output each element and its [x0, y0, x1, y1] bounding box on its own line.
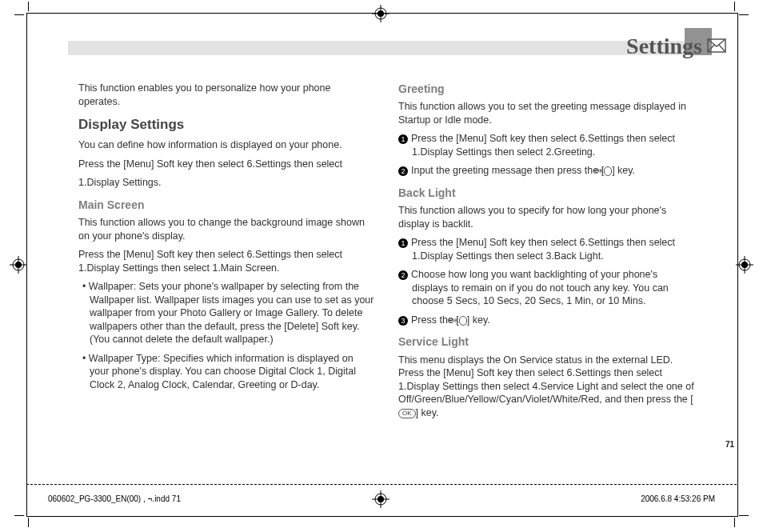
ok-key-icon: OK	[604, 166, 612, 176]
footer-right: 2006.6.8 4:53:26 PM	[641, 494, 715, 503]
registration-mark-icon	[736, 256, 753, 274]
section-title: Settings	[626, 34, 702, 59]
footer-row: 060602_PG-3300_EN(00) , ¬.indd 71 2006.6…	[48, 494, 715, 503]
footer-dash-line	[26, 484, 737, 485]
body-text: This menu displays the On Service status…	[398, 354, 694, 420]
registration-mark-icon	[372, 5, 389, 22]
footer-left: 060602_PG-3300_EN(00) , ¬.indd 71	[48, 494, 181, 503]
page-number: 71	[725, 440, 734, 449]
body-text-span: ] key.	[416, 407, 439, 418]
step-text: Press the [Menu] Soft key then select 6.…	[411, 133, 675, 158]
right-column: Greeting This function allows you to set…	[398, 82, 694, 425]
step-number-icon: 1	[398, 134, 408, 144]
crop-mark	[28, 2, 29, 11]
body-text: This function allows you to specify for …	[398, 204, 694, 230]
numbered-item: 2Choose how long you want backlighting o…	[398, 268, 694, 308]
registration-mark-icon	[10, 256, 27, 274]
greeting-heading: Greeting	[398, 82, 694, 96]
body-text: Press the [Menu] Soft key then select 6.…	[78, 248, 374, 274]
ok-key-icon: OK	[398, 409, 416, 418]
body-text: Press the [Menu] Soft key then select 6.…	[78, 158, 374, 171]
step-number-icon: 3	[398, 316, 408, 326]
body-text: This function allows you to set the gree…	[398, 100, 694, 126]
svg-line-17	[708, 45, 714, 52]
content-columns: This function enables you to personalize…	[78, 82, 694, 425]
bullet-item: Wallpaper: Sets your phone's wallpaper b…	[78, 280, 374, 346]
svg-line-18	[719, 45, 725, 52]
bullet-item: Wallpaper Type: Specifies which informat…	[78, 352, 374, 392]
left-column: This function enables you to personalize…	[78, 82, 374, 425]
body-text-span: This menu displays the On Service status…	[398, 354, 694, 406]
backlight-heading: Back Light	[398, 186, 694, 200]
step-text: Press the [Menu] Soft key then select 6.…	[411, 237, 675, 262]
crop-mark	[734, 518, 735, 527]
crop-mark	[739, 515, 749, 516]
service-light-heading: Service Light	[398, 334, 694, 349]
step-number-icon: 2	[398, 166, 408, 176]
display-settings-heading: Display Settings	[78, 116, 374, 134]
crop-mark	[28, 518, 29, 527]
main-screen-heading: Main Screen	[78, 198, 374, 212]
crop-mark	[739, 14, 749, 15]
envelope-icon	[707, 38, 726, 56]
crop-mark	[14, 14, 24, 15]
page-sheet: Settings This function enables you to pe…	[0, 0, 763, 532]
crop-mark	[734, 2, 735, 11]
body-text: This function allows you to change the b…	[78, 216, 374, 242]
numbered-item: 1Press the [Menu] Soft key then select 6…	[398, 236, 694, 262]
step-number-icon: 2	[398, 270, 408, 280]
numbered-item: 2Input the greeting message then press t…	[398, 164, 694, 178]
body-text: 1.Display Settings.	[78, 176, 374, 190]
step-text: Choose how long you want backlighting of…	[411, 269, 669, 306]
step-text: ] key.	[467, 314, 490, 326]
intro-text: This function enables you to personalize…	[78, 82, 374, 108]
header-bar	[68, 41, 697, 55]
ok-key-icon: OK	[459, 316, 467, 326]
crop-mark	[14, 515, 24, 516]
body-text: You can define how information is displa…	[78, 138, 374, 152]
step-number-icon: 1	[398, 238, 408, 248]
numbered-item: 1Press the [Menu] Soft key then select 6…	[398, 132, 694, 158]
step-text: ] key.	[612, 165, 635, 176]
numbered-item: 3Press the [OK] key.	[398, 314, 694, 327]
step-text: Input the greeting message then press th…	[411, 165, 604, 176]
